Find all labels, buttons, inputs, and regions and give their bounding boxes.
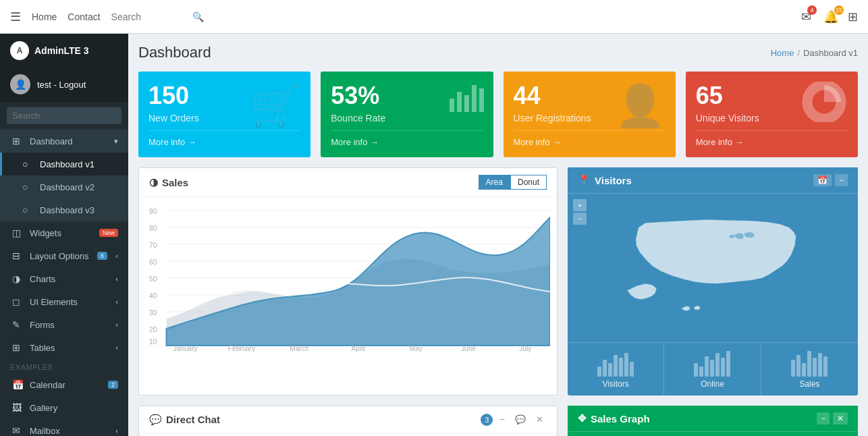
more-info-bounce[interactable]: More info → <box>331 137 379 147</box>
sales-graph-close[interactable]: ✕ <box>833 412 848 425</box>
chat-card-header: 💬 Direct Chat 3 − 💬 ✕ <box>139 406 557 433</box>
chevron-icon: ‹ <box>115 344 118 352</box>
sales-area-chart: 90 80 70 60 50 40 30 20 10 <box>146 204 550 352</box>
sidebar-item-ui-elements[interactable]: ◻ UI Elements ‹ <box>0 290 128 313</box>
sales-chart-tools: Area Donut <box>479 175 547 190</box>
visitors-stat-label-online: Online <box>671 379 753 389</box>
sidebar-item-calendar[interactable]: 📅 Calendar 2 <box>0 373 128 396</box>
more-info-registrations[interactable]: More info → <box>514 137 562 147</box>
svg-text:90: 90 <box>149 208 157 215</box>
svg-text:60: 60 <box>149 258 157 266</box>
sidebar-item-charts-label: Charts <box>30 274 55 284</box>
page-title: Dashboard <box>138 44 211 61</box>
search-icon[interactable]: 🔍 <box>192 11 204 22</box>
hamburger-icon[interactable]: ☰ <box>10 9 21 24</box>
sales-graph-card: ✥ Sales Graph − ✕ 20000 <box>568 406 858 436</box>
visitors-card-header: 📍 Visitors 📅 − <box>568 167 858 194</box>
sales-chart-header: ◑ Sales Area Donut <box>139 168 557 197</box>
sales-chart-card: ◑ Sales Area Donut 90 80 <box>138 167 558 396</box>
nav-contact[interactable]: Contact <box>67 11 100 22</box>
svg-text:July: July <box>519 345 532 352</box>
map-zoom-in[interactable]: + <box>573 199 587 211</box>
visitors-stats: Visitors Online <box>568 342 858 396</box>
top-search-bar: 🔍 <box>111 11 204 22</box>
map-container: + − <box>568 194 858 342</box>
chat-comments-btn[interactable]: 💬 <box>512 413 529 426</box>
stat-box-visitors[interactable]: 65 Unique Visitors More info → <box>686 72 858 157</box>
chart-type-buttons: Area Donut <box>479 175 547 190</box>
more-info-visitors[interactable]: More info → <box>696 137 744 147</box>
tables-icon: ⊞ <box>12 342 24 353</box>
nav-home[interactable]: Home <box>32 11 57 22</box>
svg-text:70: 70 <box>149 242 157 249</box>
btn-area[interactable]: Area <box>479 175 510 190</box>
btn-donut[interactable]: Donut <box>510 175 547 190</box>
messages-button[interactable]: ✉ 4 <box>798 7 814 27</box>
count-badge: 6 <box>97 252 107 260</box>
chat-icon: 💬 <box>149 414 162 426</box>
more-info-orders[interactable]: More info → <box>148 137 196 147</box>
user-name: test - Logout <box>37 80 86 90</box>
sidebar-item-widgets[interactable]: ◫ Widgets New <box>0 221 128 244</box>
chat-minimize-btn[interactable]: − <box>496 413 508 426</box>
svg-rect-0 <box>450 99 454 112</box>
usa-map <box>568 200 858 335</box>
visitors-card: 📍 Visitors 📅 − + − <box>568 167 858 396</box>
ui-icon: ◻ <box>12 296 24 307</box>
svg-rect-2 <box>464 95 469 112</box>
sidebar-item-gallery[interactable]: 🖼 Gallery <box>0 396 128 419</box>
sidebar-item-forms[interactable]: ✎ Forms ‹ <box>0 313 128 336</box>
sidebar-item-dashboard[interactable]: ⊞ Dashboard ▾ <box>0 130 128 153</box>
sidebar-item-charts[interactable]: ◑ Charts ‹ <box>0 267 128 290</box>
sidebar-item-tables[interactable]: ⊞ Tables ‹ <box>0 336 128 359</box>
orders-icon: 🛒 <box>250 82 300 130</box>
visitors-stat-label-visitors: Visitors <box>574 379 657 389</box>
sidebar-item-layout-options[interactable]: ⊟ Layout Options 6 ‹ <box>0 244 128 267</box>
chevron-icon: ‹ <box>115 321 118 329</box>
visitors-stat-sales: Sales <box>761 343 858 396</box>
online-mini-chart <box>671 350 753 377</box>
minimize-btn[interactable]: − <box>835 174 848 186</box>
stat-box-registrations[interactable]: 44 User Registrations 👤 More info → <box>504 72 676 157</box>
content-area: Dashboard Home / Dashboard v1 150 New Or… <box>128 34 868 436</box>
stat-box-orders[interactable]: 150 New Orders 🛒 More info → <box>138 72 310 157</box>
brand-name: AdminLTE 3 <box>34 45 89 56</box>
sidebar-user[interactable]: 👤 test - Logout <box>0 67 128 102</box>
stat-box-bounce[interactable]: 53% Bounce Rate More info → <box>321 72 493 157</box>
sidebar-item-widgets-label: Widgets <box>30 228 61 238</box>
top-search-input[interactable] <box>111 11 192 22</box>
grid-icon[interactable]: ⊞ <box>848 9 858 24</box>
svg-rect-3 <box>472 85 477 112</box>
sidebar-item-dashboard-v3[interactable]: ○ Dashboard v3 <box>0 198 128 221</box>
map-zoom-out[interactable]: − <box>573 213 587 225</box>
charts-icon: ◑ <box>12 273 24 284</box>
visitors-card-tools: 📅 − <box>813 174 848 186</box>
sales-graph-tools: − ✕ <box>817 412 848 425</box>
sidebar-item-mailbox[interactable]: ✉ Mailbox ‹ <box>0 419 128 436</box>
visitors-stat-online: Online <box>664 343 761 396</box>
notifications-button[interactable]: 🔔 15 <box>821 7 841 27</box>
calendar-tool-btn[interactable]: 📅 <box>813 174 832 186</box>
chat-messages: U Is this template ready for your needs … <box>139 433 557 436</box>
svg-text:February: February <box>228 345 256 352</box>
circle-icon: ○ <box>22 205 34 215</box>
sidebar-item-dashboard-v1[interactable]: ○ Dashboard v1 <box>0 153 128 175</box>
svg-text:10: 10 <box>149 338 157 346</box>
sidebar-item-dashboard-label: Dashboard <box>30 136 73 146</box>
chat-close-btn[interactable]: ✕ <box>533 413 547 426</box>
sales-graph-minimize[interactable]: − <box>817 412 830 425</box>
sidebar-item-mailbox-label: Mailbox <box>30 426 60 436</box>
sidebar-search-input[interactable] <box>7 107 121 124</box>
breadcrumb-separator: / <box>797 48 800 58</box>
sales-chart-body: 90 80 70 60 50 40 30 20 10 <box>139 197 557 361</box>
breadcrumb-home[interactable]: Home <box>771 48 794 58</box>
sidebar-item-dashboard-v1-label: Dashboard v1 <box>40 159 94 169</box>
avatar: 👤 <box>10 74 30 94</box>
sidebar-item-dashboard-v2[interactable]: ○ Dashboard v2 <box>0 175 128 198</box>
charts-row: ◑ Sales Area Donut 90 80 <box>138 167 858 396</box>
nav-links: Home Contact <box>32 11 101 22</box>
stat-boxes: 150 New Orders 🛒 More info → 53% Bounce … <box>138 72 858 157</box>
chat-count-badge: 3 <box>481 414 493 426</box>
stat-footer-bounce: More info → <box>331 130 483 147</box>
top-navigation: ☰ Home Contact 🔍 ✉ 4 🔔 15 ⊞ <box>0 0 868 34</box>
